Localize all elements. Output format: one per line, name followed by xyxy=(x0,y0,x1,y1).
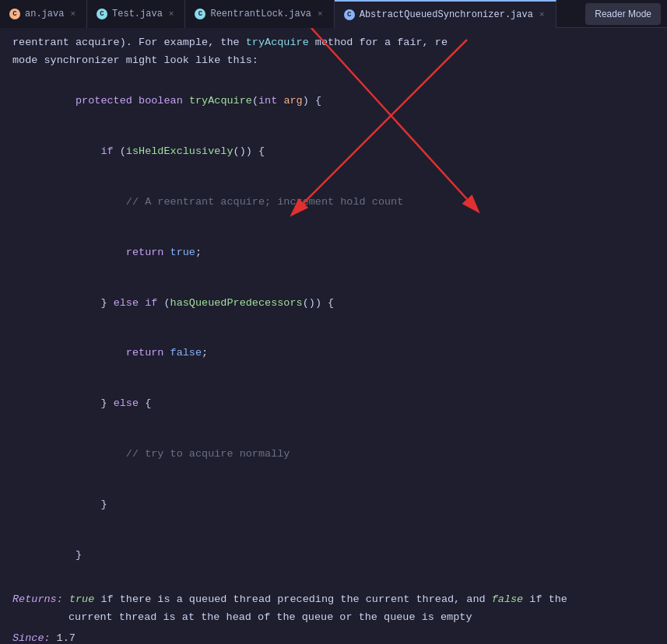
code-line-1: protected boolean tryAcquire(int arg) { xyxy=(12,76,655,127)
tab-icon-abstractqueued: C xyxy=(344,9,355,20)
code-line-10: } xyxy=(12,530,655,580)
returns-line1: Returns: true if there is a queued threa… xyxy=(12,591,655,609)
javadoc-section: Returns: true if there is a queued threa… xyxy=(0,588,667,644)
desc-line1: reentrant acquire). For example, the try… xyxy=(12,34,655,52)
tab-label-reentrantlock: ReentrantLock.java xyxy=(210,9,311,19)
tab-an-java[interactable]: C an.java × xyxy=(0,0,87,28)
tab-icon-test: C xyxy=(97,9,107,19)
tab-close-test[interactable]: × xyxy=(167,9,176,19)
code-line-3: // A reentrant acquire; increment hold c… xyxy=(12,177,655,227)
tab-bar: C an.java × C Test.java × C ReentrantLoc… xyxy=(0,0,667,28)
tab-icon-reentrantlock: C xyxy=(195,9,205,19)
code-line-8: // try to acquire normally xyxy=(12,429,655,479)
code-line-4: return true; xyxy=(12,227,655,278)
returns-label: Returns: xyxy=(12,593,63,605)
tab-label-test: Test.java xyxy=(112,9,163,19)
code-line-5: } else if (hasQueuedPredecessors()) { xyxy=(12,278,655,328)
tab-close-an[interactable]: × xyxy=(68,9,77,19)
desc-line2: mode synchronizer might look like this: xyxy=(12,52,655,70)
code-line-2: if (isHeldExclusively()) { xyxy=(12,127,655,177)
tab-label-an: an.java xyxy=(25,9,64,19)
tab-label-abstractqueued: AbstractQueuedSynchronizer.java xyxy=(360,9,533,20)
tab-close-reentrantlock[interactable]: × xyxy=(316,9,325,19)
returns-line2: current thread is at the head of the que… xyxy=(12,609,655,627)
since-value: 1.7 xyxy=(57,630,75,644)
code-line-7: } else { xyxy=(12,379,655,429)
tab-close-abstractqueued[interactable]: × xyxy=(538,9,546,20)
reader-mode-button[interactable]: Reader Mode xyxy=(585,3,661,25)
tab-abstractqueued-java[interactable]: C AbstractQueuedSynchronizer.java × xyxy=(335,0,556,28)
tab-test-java[interactable]: C Test.java × xyxy=(87,0,185,28)
since-line: Since: 1.7 xyxy=(12,628,655,644)
top-description: reentrant acquire). For example, the try… xyxy=(0,34,667,70)
since-label: Since: xyxy=(12,630,51,644)
code-line-6: return false; xyxy=(12,328,655,379)
code-block: protected boolean tryAcquire(int arg) { … xyxy=(0,76,667,580)
editor: reentrant acquire). For example, the try… xyxy=(0,28,667,644)
tab-reentrantlock-java[interactable]: C ReentrantLock.java × xyxy=(185,0,334,28)
code-line-9: } xyxy=(12,479,655,530)
tab-icon-an: C xyxy=(9,9,20,19)
